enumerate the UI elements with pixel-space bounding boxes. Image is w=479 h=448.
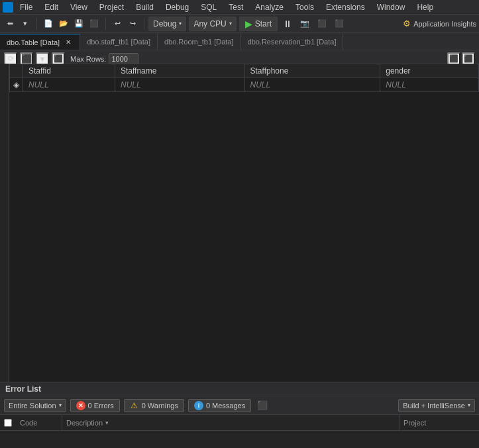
error-icon: ✕ — [76, 401, 85, 410]
col-header-gender[interactable]: gender — [380, 64, 479, 78]
app-icon — [3, 2, 13, 13]
menu-view[interactable]: View — [65, 1, 93, 13]
col-header-staffid[interactable]: Staffid — [23, 64, 115, 78]
redo-button[interactable]: ↪ — [125, 17, 140, 31]
col-header-indicator — [10, 64, 23, 78]
error-filter-btn[interactable]: ⬛ — [255, 398, 270, 413]
col-header-staffname[interactable]: Staffname — [115, 64, 244, 78]
warnings-badge[interactable]: ⚠ 0 Warnings — [124, 399, 184, 412]
new-file-button[interactable]: 📄 — [41, 17, 56, 31]
menu-sql[interactable]: SQL — [195, 1, 222, 13]
desc-label: Description — [66, 419, 103, 427]
col-header-staffphone[interactable]: Staffphone — [244, 64, 380, 78]
error-list-panel: Error List Entire Solution ▾ ✕ 0 Errors … — [0, 382, 479, 448]
build-arrow: ▾ — [468, 402, 470, 408]
main-toolbar: ⬅ ▾ 📄 📂 💾 ⬛ ↩ ↪ Debug ▾ Any CPU ▾ ▶ Star… — [0, 15, 479, 33]
messages-label: 0 Messages — [206, 402, 245, 410]
menu-debug[interactable]: Debug — [160, 1, 194, 13]
tab-bar: dbo.Table [Data] ✕ dbo.staff_tb1 [Data] … — [0, 33, 479, 50]
warnings-label: 0 Warnings — [142, 402, 178, 410]
debug-config-dropdown[interactable]: Debug ▾ — [148, 17, 186, 31]
tab-dbo-table-close[interactable]: ✕ — [64, 38, 73, 47]
toolbar-nav-group: ⬅ ▾ — [3, 17, 32, 31]
save-all-button[interactable]: ⬛ — [87, 17, 101, 31]
data-table: Staffid Staffname Staffphone gender ◈ NU… — [9, 64, 479, 92]
messages-badge[interactable]: i 0 Messages — [188, 399, 251, 412]
menu-project[interactable]: Project — [94, 1, 129, 13]
app-insights-label: Application Insights — [413, 20, 476, 28]
max-rows-label: Max Rows: — [70, 55, 106, 63]
left-sidebar — [0, 64, 9, 382]
desc-filter-icon: ▾ — [105, 420, 109, 426]
run-button[interactable]: ▶ Start — [239, 17, 278, 31]
select-all-checkbox[interactable] — [4, 419, 12, 427]
menu-file[interactable]: File — [15, 1, 38, 13]
platform-dropdown[interactable]: Any CPU ▾ — [189, 17, 236, 31]
content-area: Staffid Staffname Staffphone gender ◈ NU… — [0, 64, 479, 382]
extra-btn-2[interactable]: ⬛ — [332, 17, 346, 31]
cell-staffphone[interactable]: NULL — [244, 78, 380, 92]
cell-staffname[interactable]: NULL — [115, 78, 244, 92]
build-dropdown[interactable]: Build + IntelliSense ▾ — [398, 399, 475, 412]
col-header-code[interactable]: Code — [16, 415, 62, 430]
warning-icon: ⚠ — [130, 401, 139, 410]
max-rows-input[interactable] — [109, 53, 138, 65]
info-icon: i — [194, 401, 203, 410]
error-list-title: Error List — [5, 384, 41, 394]
pause-button[interactable]: ⏸ — [280, 17, 295, 31]
menu-bar: File Edit View Project Build Debug SQL T… — [0, 0, 479, 15]
table-container: Staffid Staffname Staffphone gender ◈ NU… — [0, 64, 479, 382]
menu-test[interactable]: Test — [223, 1, 248, 13]
menu-build[interactable]: Build — [131, 1, 159, 13]
toolbar-sep-1 — [36, 18, 37, 30]
error-list-toolbar: Entire Solution ▾ ✕ 0 Errors ⚠ 0 Warning… — [0, 396, 479, 415]
toolbar-file-group: 📄 📂 💾 ⬛ — [41, 17, 101, 31]
platform-arrow: ▾ — [229, 21, 232, 27]
tab-reservation[interactable]: dbo.Reservation_tb1 [Data] — [241, 34, 344, 50]
table-row: ◈ NULL NULL NULL NULL — [10, 78, 479, 92]
forward-dropdown[interactable]: ▾ — [18, 17, 32, 31]
toolbar-sep-2 — [105, 18, 106, 30]
col-header-description[interactable]: Description ▾ — [62, 415, 399, 430]
screenshot-button[interactable]: 📷 — [297, 17, 312, 31]
build-label: Build + IntelliSense — [403, 402, 465, 410]
table-area: Staffid Staffname Staffphone gender ◈ NU… — [9, 64, 479, 382]
cell-gender[interactable]: NULL — [380, 78, 479, 92]
insights-icon: ⚙ — [403, 19, 411, 28]
errors-badge[interactable]: ✕ 0 Errors — [70, 399, 120, 412]
tab-dbo-table[interactable]: dbo.Table [Data] ✕ — [0, 34, 80, 50]
menu-window[interactable]: Window — [372, 1, 411, 13]
platform-label: Any CPU — [193, 19, 226, 28]
app-insights-area: ⚙ Application Insights — [403, 19, 476, 28]
menu-tools[interactable]: Tools — [290, 1, 319, 13]
toolbar-undo-group: ↩ ↪ — [110, 17, 140, 31]
row-indicator: ◈ — [13, 80, 19, 89]
tab-dbo-table-label: dbo.Table [Data] — [7, 38, 60, 46]
project-label: Project — [403, 419, 426, 427]
scope-label: Entire Solution — [9, 402, 56, 410]
menu-edit[interactable]: Edit — [39, 1, 64, 13]
tab-room-label: dbo.Room_tb1 [Data] — [164, 38, 234, 46]
tab-staff-label: dbo.staff_tb1 [Data] — [87, 38, 150, 46]
error-list-columns: Code Description ▾ Project — [0, 415, 479, 431]
scope-arrow: ▾ — [59, 402, 62, 408]
col-checkbox[interactable] — [0, 419, 16, 427]
menu-extensions[interactable]: Extensions — [321, 1, 370, 13]
open-button[interactable]: 📂 — [56, 17, 71, 31]
menu-analyze[interactable]: Analyze — [250, 1, 289, 13]
extra-btn-1[interactable]: ⬛ — [315, 17, 329, 31]
save-button[interactable]: 💾 — [72, 17, 86, 31]
scope-dropdown[interactable]: Entire Solution ▾ — [4, 399, 66, 412]
menu-help[interactable]: Help — [411, 1, 439, 13]
errors-label: 0 Errors — [88, 402, 114, 410]
code-label: Code — [20, 419, 37, 427]
col-header-project[interactable]: Project — [399, 415, 479, 430]
undo-button[interactable]: ↩ — [110, 17, 125, 31]
debug-config-arrow: ▾ — [179, 21, 182, 27]
back-button[interactable]: ⬅ — [3, 17, 17, 31]
tab-room[interactable]: dbo.Room_tb1 [Data] — [158, 34, 241, 50]
cell-staffid[interactable]: NULL — [23, 78, 115, 92]
run-label: Start — [255, 19, 272, 28]
debug-config-label: Debug — [153, 19, 176, 28]
tab-staff[interactable]: dbo.staff_tb1 [Data] — [80, 34, 158, 50]
